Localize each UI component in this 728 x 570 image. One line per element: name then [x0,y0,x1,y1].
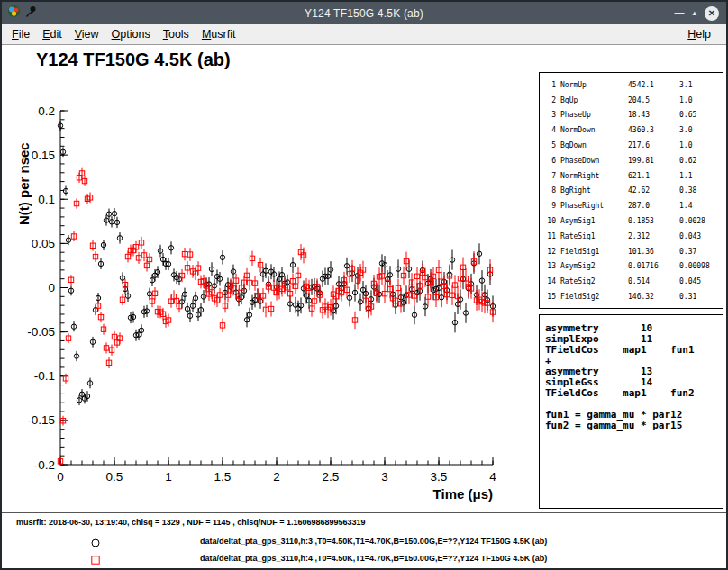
param-index: 6 [544,157,556,165]
parameter-row: 14RateSig20.5140.045 [544,274,721,289]
maximize-button[interactable]: ▴ [692,9,696,17]
param-index: 13 [544,262,556,270]
param-index: 14 [544,277,556,285]
param-index: 15 [544,293,556,301]
param-index: 8 [544,186,556,195]
param-value: 4360.3 [628,126,675,134]
param-value: 204.5 [628,96,675,104]
menu-tools[interactable]: Tools [157,26,196,42]
param-error: 1.4 [679,202,721,210]
pin-icon[interactable] [25,5,37,22]
param-index: 4 [544,126,556,134]
svg-text:0.2: 0.2 [38,104,55,118]
menu-help[interactable]: Help [681,26,717,42]
svg-text:2.5: 2.5 [323,470,340,484]
param-error: 0.62 [679,157,721,165]
parameter-row: 7NormRight621.11.1 [544,168,721,184]
plot-canvas[interactable]: 00.511.522.533.54-0.2-0.15-0.1-0.0500.05… [4,95,508,519]
square-marker-icon [90,553,101,569]
param-name: AsymSig1 [560,217,623,225]
param-error: 0.043 [679,232,721,240]
menu-options[interactable]: Options [105,26,157,42]
param-error: 3.0 [679,126,721,134]
root-canvas[interactable]: Y124 TF150G 4.5K (ab) 00.511.522.533.54-… [2,45,726,512]
param-value: 18.43 [628,111,675,119]
svg-text:-0.2: -0.2 [34,458,55,472]
plot-legend: data/deltat_pta_gps_3110,h:3 ,T0=4.50K,T… [2,533,726,567]
param-name: BgRight [560,186,623,195]
menu-edit[interactable]: Edit [36,26,68,42]
param-value: 217.6 [628,141,675,149]
fit-status-line: musrfit: 2018-06-30, 13:19:40, chisq = 1… [16,518,365,527]
param-name: PhaseDown [560,157,623,165]
param-error: 0.045 [679,277,721,285]
param-name: AsymSig2 [560,262,623,270]
close-button[interactable]: ✕ [705,6,719,21]
param-error: 0.31 [679,293,721,301]
svg-text:-0.15: -0.15 [27,413,55,427]
param-name: NormUp [560,81,623,89]
parameter-row: 3PhaseUp18.430.65 [544,108,721,123]
param-value: 199.81 [628,157,675,165]
param-error: 1.1 [679,172,721,180]
svg-text:2: 2 [273,470,280,484]
data-series-circle [58,121,495,405]
data-series-square [58,168,495,466]
param-error: 0.0028 [679,217,721,225]
param-error: 3.1 [679,81,721,89]
parameter-row: 8BgRight42.620.38 [544,184,721,199]
parameter-row: 10AsymSig10.18530.0028 [544,213,721,229]
param-name: NormRight [560,172,623,180]
parameter-row: 6PhaseDown199.810.62 [544,153,721,168]
parameter-row: 5BgDown217.61.0 [544,138,721,153]
parameter-row: 2BgUp204.51.0 [544,93,721,108]
theory-line: TFieldCos map1 fun2 [545,388,717,399]
svg-text:3: 3 [381,470,388,484]
menu-view[interactable]: View [68,26,105,42]
theory-line: fun2 = gamma_mu * par15 [545,421,717,431]
application-window: Y124 TF150G 4.5K (ab) —▴✕ FileEditViewOp… [0,0,728,570]
window-title: Y124 TF150G 4.5K (ab) [2,7,726,20]
svg-text:0.5: 0.5 [106,470,123,484]
window-controls: —▴✕ [674,6,719,21]
svg-text:4: 4 [489,470,496,484]
param-name: NormDown [560,126,623,134]
param-name: RateSig2 [560,277,623,285]
menu-right: Help [681,26,726,42]
param-index: 2 [544,96,556,104]
param-error: 1.0 [679,141,721,149]
param-error: 0.00098 [679,262,721,270]
menu-musrfit[interactable]: Musrfit [196,26,242,42]
param-value: 2.312 [628,232,675,240]
svg-text:1.5: 1.5 [214,470,232,484]
param-index: 9 [544,202,556,210]
param-error: 1.0 [679,96,721,104]
minimize-button[interactable]: — [674,8,684,18]
param-value: 0.1853 [628,217,675,225]
svg-text:N(t) per nsec: N(t) per nsec [16,142,32,225]
param-name: PhaseUp [560,111,623,119]
svg-text:-0.1: -0.1 [34,369,55,383]
parameter-row: 1NormUp4542.13.1 [544,77,721,93]
param-value: 287.0 [628,202,675,210]
parameter-row: 13AsymSig20.017160.00098 [544,259,721,275]
legend-row: data/deltat_pta_gps_3110,h:3 ,T0=4.50K,T… [2,533,726,550]
plot-title: Y124 TF150G 4.5K (ab) [36,50,231,70]
parameter-row: 9PhaseRight287.01.4 [544,198,721,213]
param-index: 3 [544,111,556,119]
svg-text:0: 0 [48,281,55,294]
param-error: 0.38 [679,186,721,195]
theory-block: asymmetry 10simplExpo 11TFieldCos map1 f… [539,314,723,509]
param-value: 101.36 [628,248,675,256]
svg-text:-0.05: -0.05 [27,325,55,339]
svg-text:0.05: 0.05 [32,237,55,250]
parameter-row: 4NormDown4360.33.0 [544,122,721,138]
param-index: 7 [544,172,556,180]
menu-file[interactable]: File [5,26,36,42]
parameter-row: 15FieldSig2146.320.31 [544,289,721,304]
app-icon[interactable] [7,5,21,22]
param-value: 621.1 [628,172,675,180]
parameter-row: 11RateSig12.3120.043 [544,229,721,244]
param-index: 10 [544,217,556,225]
titlebar[interactable]: Y124 TF150G 4.5K (ab) —▴✕ [2,2,726,24]
